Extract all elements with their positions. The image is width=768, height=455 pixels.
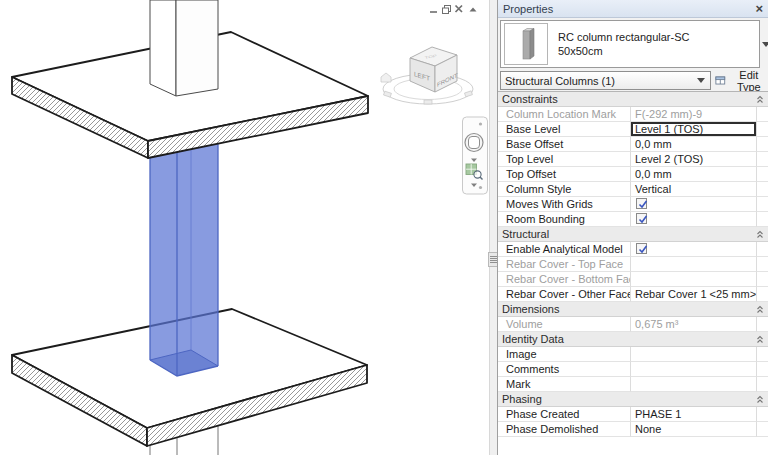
section-header-phasing[interactable]: Phasing [498, 392, 768, 407]
property-row-moves-with-grids[interactable]: Moves With Grids [498, 197, 768, 212]
property-value[interactable]: 0,0 mm [631, 167, 757, 182]
checkbox-checked[interactable] [636, 198, 647, 209]
collapse-section-icon[interactable] [756, 305, 764, 314]
property-value[interactable] [631, 377, 757, 392]
property-name: Top Offset [498, 167, 631, 182]
property-row-column-location-mark[interactable]: Column Location Mark F(-292 mm)-9 [498, 107, 768, 122]
panel-title: Properties [503, 3, 755, 15]
close-window-icon[interactable] [453, 3, 465, 15]
section-header-constraints[interactable]: Constraints [498, 92, 768, 107]
property-name: Volume [498, 317, 631, 332]
close-panel-icon[interactable]: × [755, 4, 763, 14]
property-name: Base Level [498, 122, 631, 137]
properties-table: Constraints Column Location Mark F(-292 … [498, 91, 768, 455]
property-row-volume[interactable]: Volume 0,675 m³ [498, 317, 768, 332]
collapse-section-icon[interactable] [756, 95, 764, 104]
type-selector[interactable]: RC column rectangular-SC 50x50cm [500, 20, 760, 68]
property-row-enable-analytical-model[interactable]: Enable Analytical Model [498, 242, 768, 257]
property-value[interactable]: Level 2 (TOS) [631, 152, 757, 167]
column-preview-icon [505, 24, 547, 64]
steering-wheel-icon[interactable] [465, 134, 483, 152]
property-name: Rebar Cover - Bottom Face [498, 272, 631, 287]
panel-splitter[interactable] [489, 0, 497, 455]
section-header-dimensions[interactable]: Dimensions [498, 302, 768, 317]
property-name: Column Style [498, 182, 631, 197]
property-name: Phase Demolished [498, 422, 631, 437]
property-value[interactable] [631, 362, 757, 377]
property-row-rebar-cover-top-face[interactable]: Rebar Cover - Top Face [498, 257, 768, 272]
navigation-bar[interactable] [463, 117, 488, 194]
minimize-icon[interactable] [427, 3, 439, 15]
property-name: Comments [498, 362, 631, 377]
property-row-rebar-cover-bottom-face[interactable]: Rebar Cover - Bottom Face [498, 272, 768, 287]
element-filter-dropdown[interactable]: Structural Columns (1) [500, 71, 711, 90]
property-row-rebar-cover-other-faces[interactable]: Rebar Cover - Other Faces Rebar Cover 1 … [498, 287, 768, 302]
filter-dropdown-arrow-icon [697, 78, 705, 83]
property-value[interactable]: Rebar Cover 1 <25 mm> [631, 287, 757, 302]
restore-window-icon[interactable] [440, 3, 452, 15]
section-label: Dimensions [502, 303, 756, 315]
property-name: Moves With Grids [498, 197, 631, 212]
property-name: Column Location Mark [498, 107, 631, 122]
property-name: Image [498, 347, 631, 362]
filter-selected-value: Structural Columns (1) [505, 75, 697, 87]
property-value[interactable]: PHASE 1 [631, 407, 757, 422]
property-row-top-level[interactable]: Top Level Level 2 (TOS) [498, 152, 768, 167]
property-name: Top Level [498, 152, 631, 167]
property-row-image[interactable]: Image [498, 347, 768, 362]
type-dropdown-arrow-icon[interactable] [762, 42, 768, 47]
property-value[interactable] [631, 242, 757, 257]
collapse-section-icon[interactable] [756, 230, 764, 239]
collapse-section-icon[interactable] [756, 395, 764, 404]
property-row-column-style[interactable]: Column Style Vertical [498, 182, 768, 197]
section-header-identity-data[interactable]: Identity Data [498, 332, 768, 347]
section-label: Structural [502, 228, 756, 240]
type-thumbnail [504, 23, 548, 65]
property-row-mark[interactable]: Mark [498, 377, 768, 392]
viewcube[interactable]: TOP LEFT FRONT [381, 47, 473, 104]
property-value [631, 272, 757, 287]
edit-type-button[interactable]: Edit Type [715, 71, 768, 90]
type-name: RC column rectangular-SC 50x50cm [558, 30, 689, 58]
property-row-base-level[interactable]: Base Level Level 1 (TOS) [498, 122, 768, 137]
section-label: Identity Data [502, 333, 756, 345]
collapse-panel-icon[interactable] [467, 3, 479, 15]
checkbox-checked[interactable] [636, 243, 647, 254]
section-header-structural[interactable]: Structural [498, 227, 768, 242]
property-value-selected[interactable]: Level 1 (TOS) [631, 122, 757, 137]
edit-type-icon [715, 75, 726, 86]
property-value: F(-292 mm)-9 [631, 107, 757, 122]
checkbox-checked[interactable] [636, 213, 647, 224]
property-row-comments[interactable]: Comments [498, 362, 768, 377]
property-row-room-bounding[interactable]: Room Bounding [498, 212, 768, 227]
collapse-section-icon[interactable] [756, 335, 764, 344]
edit-type-label: Edit Type [729, 69, 768, 93]
property-row-top-offset[interactable]: Top Offset 0,0 mm [498, 167, 768, 182]
property-row-phase-created[interactable]: Phase Created PHASE 1 [498, 407, 768, 422]
property-value[interactable]: None [631, 422, 757, 437]
selected-column[interactable] [150, 140, 218, 376]
property-name: Enable Analytical Model [498, 242, 631, 257]
property-name: Room Bounding [498, 212, 631, 227]
upper-column[interactable] [150, 0, 218, 96]
section-label: Constraints [502, 93, 756, 105]
revit-window: TOP LEFT FRONT [0, 0, 768, 455]
property-value[interactable] [631, 212, 757, 227]
drawing-area[interactable]: TOP LEFT FRONT [0, 0, 489, 455]
properties-title-bar[interactable]: Properties × [498, 0, 768, 18]
property-row-base-offset[interactable]: Base Offset 0,0 mm [498, 137, 768, 152]
property-value[interactable] [631, 347, 757, 362]
property-value[interactable]: Vertical [631, 182, 757, 197]
property-name: Rebar Cover - Top Face [498, 257, 631, 272]
property-value[interactable]: 0,0 mm [631, 137, 757, 152]
section-label: Phasing [502, 393, 756, 405]
type-name-line2: 50x50cm [558, 44, 689, 58]
viewcube-home-icon[interactable] [381, 73, 391, 82]
property-name: Phase Created [498, 407, 631, 422]
property-row-phase-demolished[interactable]: Phase Demolished None [498, 422, 768, 437]
model-3d: TOP LEFT FRONT [0, 0, 489, 455]
property-value[interactable] [631, 197, 757, 212]
property-value [631, 257, 757, 272]
property-value: 0,675 m³ [631, 317, 757, 332]
property-name: Base Offset [498, 137, 631, 152]
